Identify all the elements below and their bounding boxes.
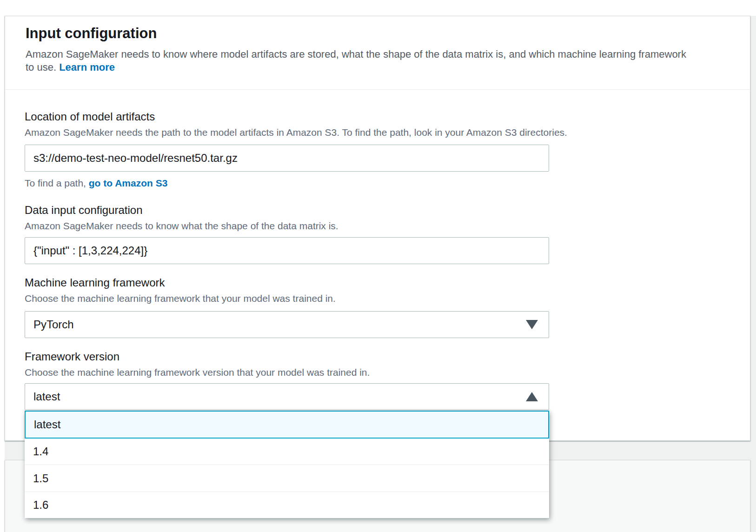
dropdown-option-latest[interactable]: latest	[25, 411, 549, 439]
version-dropdown-list: latest 1.4 1.5 1.6	[25, 411, 549, 518]
framework-label: Machine learning framework	[25, 277, 730, 289]
card-description: Amazon SageMaker needs to know where mod…	[26, 48, 690, 89]
input-configuration-card: Input configuration Amazon SageMaker nee…	[5, 16, 750, 441]
version-select[interactable]: latest	[25, 383, 549, 410]
data-input-description: Amazon SageMaker needs to know what the …	[25, 221, 730, 231]
field-location-of-model-artifacts: Location of model artifacts Amazon SageM…	[25, 111, 730, 188]
version-description: Choose the machine learning framework ve…	[25, 367, 730, 378]
field-data-input-configuration: Data input configuration Amazon SageMake…	[25, 204, 730, 264]
data-input-label: Data input configuration	[25, 204, 730, 216]
card-description-text: Amazon SageMaker needs to know where mod…	[26, 48, 686, 73]
caret-up-icon	[526, 392, 538, 401]
framework-select-value: PyTorch	[33, 318, 74, 331]
location-label: Location of model artifacts	[25, 111, 730, 123]
caret-down-icon	[526, 320, 538, 329]
card-body: Location of model artifacts Amazon SageM…	[5, 111, 750, 410]
data-input-config-input[interactable]	[25, 237, 549, 264]
dropdown-option-1-5[interactable]: 1.5	[25, 465, 549, 492]
page-title: Input configuration	[26, 25, 729, 42]
dropdown-option-1-6[interactable]: 1.6	[25, 492, 549, 518]
version-select-value: latest	[33, 390, 60, 403]
go-to-s3-link[interactable]: go to Amazon S3	[89, 178, 168, 188]
learn-more-link[interactable]: Learn more	[59, 61, 115, 73]
card-header: Input configuration Amazon SageMaker nee…	[5, 16, 750, 90]
dropdown-option-1-4[interactable]: 1.4	[25, 439, 549, 465]
field-framework-version: Framework version Choose the machine lea…	[25, 351, 730, 410]
location-description: Amazon SageMaker needs the path to the m…	[25, 127, 730, 138]
framework-description: Choose the machine learning framework th…	[25, 293, 730, 304]
version-label: Framework version	[25, 351, 730, 363]
field-machine-learning-framework: Machine learning framework Choose the ma…	[25, 277, 730, 338]
location-helper: To find a path, go to Amazon S3	[25, 178, 730, 188]
framework-select[interactable]: PyTorch	[25, 311, 549, 338]
s3-location-input[interactable]	[25, 145, 549, 172]
helper-prefix: To find a path,	[25, 178, 86, 188]
